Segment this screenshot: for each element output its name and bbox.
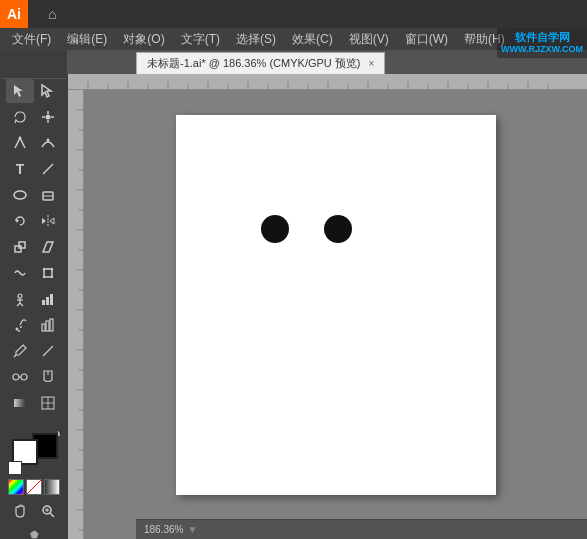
toolbar-row-gradient <box>2 391 66 415</box>
home-icon[interactable]: ⌂ <box>48 6 56 22</box>
shear-tool-btn[interactable] <box>34 235 62 259</box>
color-section: ⇄ <box>2 425 66 499</box>
svg-point-32 <box>16 328 19 331</box>
toolbar-expand-btn[interactable]: ⬟ <box>30 529 39 539</box>
canvas-area: 186.36% ▼ <box>68 74 587 539</box>
default-colors-btn[interactable] <box>8 461 22 475</box>
svg-rect-38 <box>50 319 53 331</box>
toolbar-row-warp <box>2 261 66 285</box>
canvas-content[interactable] <box>84 90 587 519</box>
svg-rect-36 <box>42 324 45 331</box>
gradient-swatch-btn[interactable] <box>44 479 60 495</box>
svg-point-34 <box>18 330 20 332</box>
toolbar-row-scale <box>2 235 66 259</box>
gradient-tool-btn[interactable] <box>6 391 34 415</box>
scale-tool-btn[interactable] <box>6 235 34 259</box>
svg-rect-30 <box>46 297 49 305</box>
svg-point-24 <box>18 294 22 298</box>
column-graph-btn[interactable] <box>34 313 62 337</box>
menu-object[interactable]: 对象(O) <box>115 28 172 50</box>
svg-line-9 <box>43 164 53 174</box>
eyedropper-tool-btn[interactable] <box>6 339 34 363</box>
toolbar-row-hand-zoom <box>2 499 66 523</box>
svg-line-39 <box>14 355 16 357</box>
toolbar-row-eyedropper <box>2 339 66 363</box>
title-bar: Ai ⌂ <box>0 0 587 28</box>
magic-wand-tool-btn[interactable] <box>34 105 62 129</box>
menu-file[interactable]: 文件(F) <box>4 28 59 50</box>
toolbar-row-rotate <box>2 209 66 233</box>
color-btn[interactable] <box>8 479 24 495</box>
svg-marker-1 <box>42 85 51 97</box>
pen-tool-btn[interactable] <box>6 131 34 155</box>
line-tool-btn[interactable] <box>34 157 62 181</box>
warp-tool-btn[interactable] <box>6 261 34 285</box>
reflect-tool-btn[interactable] <box>34 209 62 233</box>
menu-text[interactable]: 文字(T) <box>173 28 228 50</box>
mesh-tool-btn[interactable] <box>34 391 62 415</box>
svg-rect-22 <box>43 276 45 278</box>
blend-tool-btn[interactable] <box>6 365 34 389</box>
artboard <box>176 115 496 495</box>
svg-line-41 <box>43 354 45 356</box>
direct-selection-tool-btn[interactable] <box>34 79 62 103</box>
symbol-sprayer-btn[interactable] <box>6 313 34 337</box>
toolbar-row-blend <box>2 365 66 389</box>
menu-view[interactable]: 视图(V) <box>341 28 397 50</box>
menu-effect[interactable]: 效果(C) <box>284 28 341 50</box>
toolbar-row-shape <box>2 183 66 207</box>
svg-point-6 <box>46 115 51 120</box>
svg-point-43 <box>13 374 19 380</box>
watermark: 软件自学网 WWW.RJZXW.COM <box>497 28 587 58</box>
toolbar-row-puppet <box>2 287 66 311</box>
svg-point-10 <box>14 191 26 199</box>
svg-rect-18 <box>19 242 25 248</box>
svg-rect-17 <box>15 246 21 252</box>
menu-select[interactable]: 选择(S) <box>228 28 284 50</box>
svg-line-42 <box>46 351 48 353</box>
selection-tool-btn[interactable] <box>6 79 34 103</box>
measure-tool-btn[interactable] <box>34 339 62 363</box>
status-bar: 186.36% ▼ <box>136 519 587 539</box>
svg-line-28 <box>20 303 23 306</box>
svg-point-7 <box>19 137 22 140</box>
horizontal-ruler <box>68 74 587 90</box>
puppet-warp-btn[interactable] <box>6 287 34 311</box>
live-paint-bucket-btn[interactable] <box>34 365 62 389</box>
toolbar-row-select <box>2 79 66 103</box>
main-layout: T <box>0 74 587 539</box>
rotate-tool-btn[interactable] <box>6 209 34 233</box>
graph-tool-btn[interactable] <box>34 287 62 311</box>
svg-line-35 <box>20 321 22 325</box>
svg-point-8 <box>47 139 50 142</box>
toolbar-row-lasso <box>2 105 66 129</box>
curvature-tool-btn[interactable] <box>34 131 62 155</box>
type-tool-btn[interactable]: T <box>6 157 34 181</box>
menu-window[interactable]: 窗口(W) <box>397 28 456 50</box>
document-tab[interactable]: 未标题-1.ai* @ 186.36% (CMYK/GPU 预览) × <box>136 52 385 74</box>
none-btn[interactable] <box>26 479 42 495</box>
svg-line-52 <box>50 513 54 517</box>
svg-rect-37 <box>46 321 49 331</box>
svg-rect-23 <box>51 276 53 278</box>
menu-edit[interactable]: 编辑(E) <box>59 28 115 50</box>
tab-close-button[interactable]: × <box>369 58 375 69</box>
zoom-level: 186.36% <box>144 524 183 535</box>
svg-rect-29 <box>42 300 45 305</box>
svg-marker-15 <box>42 218 46 224</box>
lasso-tool-btn[interactable] <box>6 105 34 129</box>
svg-marker-16 <box>50 218 54 224</box>
dot-left <box>261 215 289 243</box>
svg-line-27 <box>17 303 20 306</box>
svg-marker-0 <box>14 85 23 97</box>
dot-right <box>324 215 352 243</box>
toolbar-row-pen <box>2 131 66 155</box>
ellipse-tool-btn[interactable] <box>6 183 34 207</box>
toolbar-row-type: T <box>2 157 66 181</box>
svg-rect-47 <box>14 399 26 407</box>
toolbar-row-symbol <box>2 313 66 337</box>
free-transform-tool-btn[interactable] <box>34 261 62 285</box>
hand-tool-btn[interactable] <box>6 499 34 523</box>
eraser-tool-btn[interactable] <box>34 183 62 207</box>
zoom-tool-btn[interactable] <box>34 499 62 523</box>
